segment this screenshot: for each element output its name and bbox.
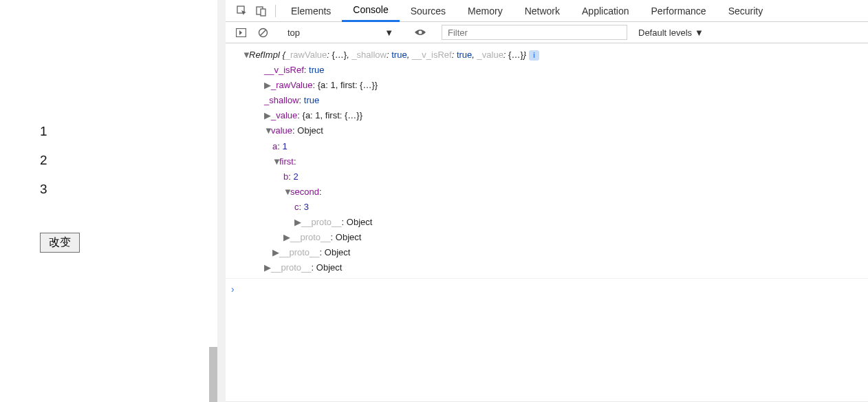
log-levels-selector[interactable]: Default levels ▼ [633,28,709,38]
tab-memory[interactable]: Memory [457,1,514,21]
console-output: ▼RefImpl {_rawValue: {…}, _shallow: true… [226,43,868,402]
console-log-entry[interactable]: ▼RefImpl {_rawValue: {…}, _shallow: true… [226,47,868,279]
change-button[interactable]: 改变 [40,233,80,253]
inspect-icon[interactable] [232,1,252,21]
context-label: top [287,28,300,38]
disclosure-closed-icon[interactable]: ▶ [264,260,271,275]
tab-performance[interactable]: Performance [640,1,717,21]
disclosure-closed-icon[interactable]: ▶ [272,245,279,260]
tab-elements[interactable]: Elements [280,1,342,21]
sidebar-toggle-icon[interactable] [232,24,249,41]
prop-v-isref[interactable]: __v_isRef: true [242,63,868,78]
page-number-3: 3 [40,182,217,197]
svg-point-6 [419,31,422,34]
device-toggle-icon[interactable] [252,1,271,21]
info-badge-icon[interactable]: i [529,50,539,61]
disclosure-closed-icon[interactable]: ▶ [294,215,301,230]
disclosure-closed-icon[interactable]: ▶ [283,230,290,245]
prop-second[interactable]: ▼second: [242,184,868,200]
devtools-panel: Elements Console Sources Memory Network … [226,0,868,402]
tab-network[interactable]: Network [514,1,571,21]
disclosure-open-icon[interactable]: ▼ [272,154,279,169]
tab-sources[interactable]: Sources [400,1,457,21]
page-preview: 1 2 3 改变 [0,0,226,402]
prop-a[interactable]: a: 1 [242,139,868,154]
page-number-1: 1 [40,124,217,139]
prop-proto-1[interactable]: ▶__proto__: Object [242,260,868,275]
levels-label: Default levels [638,28,692,38]
filter-input[interactable] [442,25,627,40]
prop-value[interactable]: ▼value: Object [242,123,868,138]
object-summary[interactable]: ▼RefImpl {_rawValue: {…}, _shallow: true… [242,47,868,63]
tab-divider [275,5,276,17]
prop-c[interactable]: c: 3 [242,200,868,215]
chevron-down-icon: ▼ [384,28,393,38]
prop-rawvalue[interactable]: ▶_rawValue: {a: 1, first: {…}} [242,78,868,93]
context-selector[interactable]: top ▼ [282,26,399,39]
devtools-tabbar: Elements Console Sources Memory Network … [226,0,868,22]
live-expression-icon[interactable] [410,28,431,36]
disclosure-open-icon[interactable]: ▼ [264,123,271,138]
svg-rect-2 [261,9,265,16]
disclosure-open-icon[interactable]: ▼ [283,184,290,200]
prop-value-priv[interactable]: ▶_value: {a: 1, first: {…}} [242,108,868,123]
prop-proto-2[interactable]: ▶__proto__: Object [242,245,868,260]
disclosure-closed-icon[interactable]: ▶ [264,108,271,123]
chevron-down-icon: ▼ [695,28,704,38]
prop-b[interactable]: b: 2 [242,169,868,184]
clear-console-icon[interactable] [254,24,271,41]
console-prompt[interactable]: › [226,279,868,301]
prompt-chevron-icon: › [231,284,235,295]
prop-shallow[interactable]: _shallow: true [242,93,868,108]
preview-scrollbar[interactable] [209,347,217,402]
page-number-2: 2 [40,153,217,168]
tab-console[interactable]: Console [342,0,399,22]
tab-security[interactable]: Security [717,1,774,21]
disclosure-closed-icon[interactable]: ▶ [264,78,271,93]
console-toolbar: top ▼ Default levels ▼ [226,22,868,43]
tab-application[interactable]: Application [571,1,640,21]
svg-line-5 [260,30,265,35]
disclosure-open-icon[interactable]: ▼ [242,47,249,63]
prop-first[interactable]: ▼first: [242,154,868,169]
prop-proto-3[interactable]: ▶__proto__: Object [242,230,868,245]
prop-proto-4[interactable]: ▶__proto__: Object [242,215,868,230]
